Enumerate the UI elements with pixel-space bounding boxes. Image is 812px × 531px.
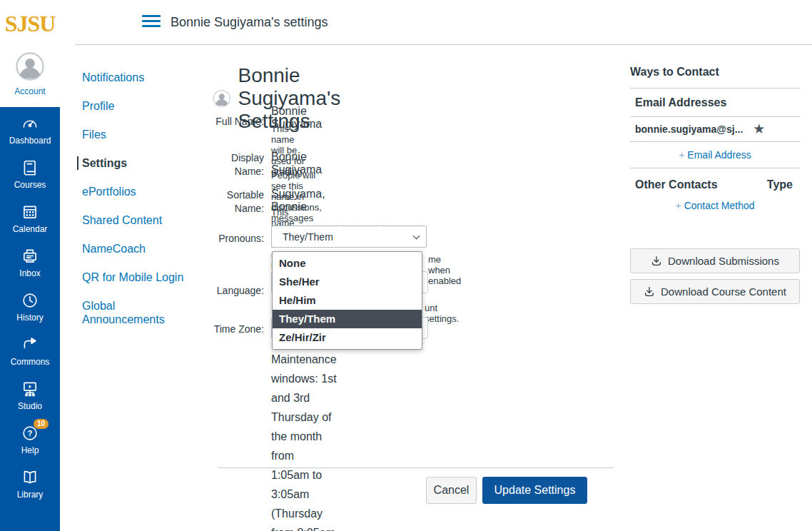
pronouns-select[interactable]: They/Them <box>271 226 427 248</box>
pronouns-selected-value: They/Them <box>283 231 333 243</box>
page-header-title: Bonnie Sugiyama's settings <box>171 15 328 30</box>
dashboard-gauge-icon <box>20 113 40 133</box>
nav-item-qr-mobile-login[interactable]: QR for Mobile Login <box>77 270 198 284</box>
pronouns-hint-fragment: me when enabled <box>428 254 461 286</box>
sidebar-item-studio[interactable]: Studio <box>0 373 60 417</box>
question-circle-icon: ? 10 <box>20 423 40 443</box>
sidebar-item-label: Dashboard <box>9 136 51 146</box>
sidebar-item-label: History <box>16 313 43 323</box>
time-zone-label: Time Zone: <box>212 323 264 336</box>
nav-item-profile[interactable]: Profile <box>77 99 198 113</box>
sidebar-item-label: Help <box>21 445 39 455</box>
download-course-content-button[interactable]: Download Course Content <box>630 279 800 304</box>
download-submissions-button[interactable]: Download Submissions <box>630 248 800 273</box>
cancel-button[interactable]: Cancel <box>426 477 477 504</box>
add-contact-method-link[interactable]: +Contact Method <box>630 193 800 218</box>
book-icon <box>20 158 40 178</box>
update-settings-button[interactable]: Update Settings <box>482 477 587 504</box>
nav-item-notifications[interactable]: Notifications <box>77 71 198 84</box>
header-divider <box>75 44 812 45</box>
email-address-row: bonnie.sugiyama@sj... ★ <box>630 117 800 141</box>
sidebar-item-dashboard[interactable]: Dashboard <box>0 107 60 151</box>
contact-panel-title: Ways to Contact <box>630 66 800 88</box>
hamburger-menu-icon[interactable] <box>142 15 161 29</box>
settings-nav: Notifications Profile Files Settings ePo… <box>77 71 198 341</box>
email-address-value: bonnie.sugiyama@sj... <box>635 123 743 135</box>
sidebar-item-calendar[interactable]: Calendar <box>0 196 60 240</box>
type-column-heading: Type <box>767 178 793 191</box>
sidebar-item-label: Library <box>17 490 44 500</box>
sidebar-item-account[interactable]: Account <box>0 51 60 107</box>
dropdown-option-she-her[interactable]: She/Her <box>273 273 422 291</box>
display-name-label: Display Name: <box>212 151 264 178</box>
maintenance-info: Maintenance windows: 1st and 3rd Thursda… <box>271 350 337 531</box>
form-footer-divider <box>218 467 614 468</box>
canvas-settings-page: SJSU Account Dashboard <box>0 0 812 531</box>
email-addresses-heading: Email Addresses <box>630 88 800 116</box>
other-contacts-header: Other Contacts Type <box>630 168 800 193</box>
page-header: Bonnie Sugiyama's settings <box>60 0 812 44</box>
language-hint-fragment: unt settings. <box>425 303 459 324</box>
sidebar-item-commons[interactable]: Commons <box>0 328 60 373</box>
sidebar-item-label: Account <box>0 86 60 96</box>
dropdown-option-he-him[interactable]: He/Him <box>273 291 422 310</box>
dropdown-option-ze-hir-zir[interactable]: Ze/Hir/Zir <box>273 328 422 347</box>
pronouns-label: Pronouns: <box>212 232 264 246</box>
global-nav-sidebar: SJSU Account Dashboard <box>0 0 60 531</box>
nav-item-shared-content[interactable]: Shared Content <box>77 213 198 227</box>
ways-to-contact-panel: Ways to Contact Email Addresses bonnie.s… <box>630 66 800 304</box>
sidebar-item-inbox[interactable]: Inbox <box>0 240 60 284</box>
add-email-address-link[interactable]: +Email Address <box>630 142 800 168</box>
nav-item-settings[interactable]: Settings <box>77 156 198 170</box>
svg-text:?: ? <box>28 429 33 438</box>
sidebar-item-label: Studio <box>18 401 42 411</box>
sidebar-item-label: Commons <box>11 357 50 367</box>
global-nav-items: Dashboard Courses <box>0 107 60 531</box>
sidebar-item-help[interactable]: ? 10 Help <box>0 417 60 461</box>
plus-icon: + <box>675 200 681 211</box>
dropdown-option-they-them[interactable]: They/Them <box>273 310 422 328</box>
sidebar-item-label: Courses <box>14 180 46 190</box>
nav-item-global-announcements[interactable]: Global Announcements <box>77 299 184 326</box>
sortable-name-label: Sortable Name: <box>212 188 264 216</box>
clock-icon <box>20 290 40 310</box>
full-name-label: Full Name: <box>212 115 264 128</box>
help-count-badge: 10 <box>34 419 49 429</box>
download-icon <box>644 286 655 298</box>
pronouns-dropdown-list: None She/Her He/Him They/Them Ze/Hir/Zir <box>272 251 422 350</box>
nav-item-eportfolios[interactable]: ePortfolios <box>77 185 198 198</box>
maintenance-line: Maintenance windows: 1st and 3rd Thursda… <box>271 350 337 465</box>
sjsu-logo[interactable]: SJSU <box>0 6 60 41</box>
inbox-icon <box>20 246 40 266</box>
share-arrow-icon <box>20 335 40 355</box>
sidebar-item-label: Calendar <box>13 224 48 234</box>
sidebar-item-courses[interactable]: Courses <box>0 151 60 196</box>
dropdown-option-none[interactable]: None <box>273 254 422 273</box>
sidebar-item-history[interactable]: History <box>0 284 60 328</box>
sidebar-item-label: Inbox <box>19 268 40 278</box>
studio-monitor-icon <box>20 379 40 399</box>
other-contacts-heading: Other Contacts <box>635 178 718 191</box>
calendar-icon <box>20 202 40 222</box>
download-buttons: Download Submissions Download Course Con… <box>630 248 800 304</box>
language-label: Language: <box>212 284 264 298</box>
plus-icon: + <box>679 149 684 161</box>
nav-item-files[interactable]: Files <box>77 128 198 141</box>
maintenance-line: 1:05am to 3:05am (Thursday from 8:05am t… <box>271 465 337 531</box>
download-icon <box>651 256 662 267</box>
account-avatar-icon <box>15 51 45 81</box>
nav-item-namecoach[interactable]: NameCoach <box>77 242 198 256</box>
sidebar-item-library[interactable]: Library <box>0 461 60 505</box>
profile-avatar-icon <box>213 80 230 117</box>
open-book-icon <box>20 467 40 487</box>
default-email-star-icon[interactable]: ★ <box>753 123 765 136</box>
chevron-down-icon <box>413 233 420 240</box>
